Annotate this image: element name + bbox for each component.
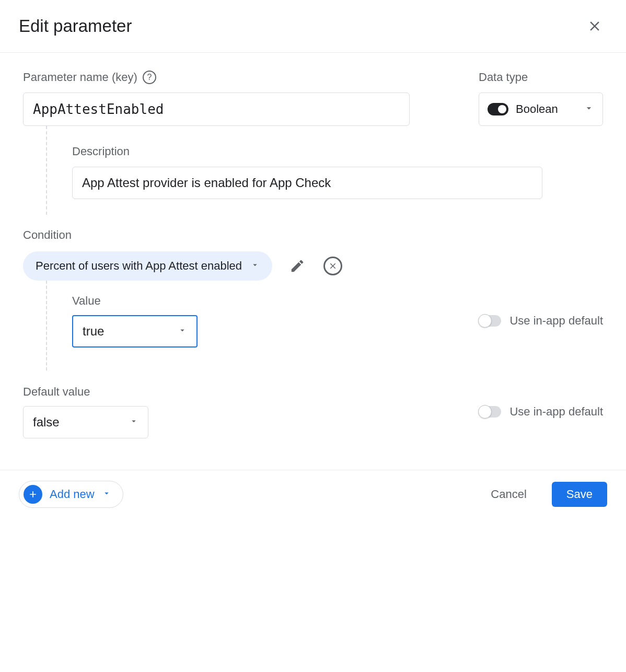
condition-label: Condition <box>23 228 603 242</box>
description-input[interactable] <box>72 167 542 199</box>
param-name-input[interactable] <box>23 92 410 126</box>
default-value-select[interactable]: false <box>23 406 148 438</box>
chevron-down-icon <box>178 326 187 337</box>
default-inapp-switch[interactable] <box>479 406 501 418</box>
default-value-label: Default value <box>23 385 148 399</box>
default-inapp-label: Use in-app default <box>509 405 603 419</box>
add-new-button[interactable]: Add new <box>19 481 123 508</box>
chevron-down-icon <box>102 489 111 500</box>
add-new-label: Add new <box>50 488 95 501</box>
dialog-title: Edit parameter <box>19 16 132 36</box>
datatype-value: Boolean <box>516 102 576 116</box>
param-name-field: Parameter name (key) ? <box>23 71 466 126</box>
plus-icon <box>24 485 42 504</box>
cancel-button[interactable]: Cancel <box>484 482 532 506</box>
dialog-footer: Add new Cancel Save <box>0 470 626 529</box>
help-icon[interactable]: ? <box>143 71 156 84</box>
param-name-label: Parameter name (key) ? <box>23 71 466 84</box>
default-value-section: Default value false Use in-app default <box>23 385 603 438</box>
description-block: Description <box>46 126 603 215</box>
dialog-body: Parameter name (key) ? Data type Boolean… <box>0 53 626 470</box>
pencil-icon <box>289 258 305 274</box>
condition-inapp-toggle: Use in-app default <box>479 314 603 328</box>
condition-section: Condition Percent of users with App Atte… <box>23 228 603 370</box>
datatype-select[interactable]: Boolean <box>479 92 603 126</box>
chevron-down-icon <box>129 416 138 428</box>
condition-value-text: true <box>83 324 104 339</box>
close-icon <box>587 18 602 34</box>
condition-inapp-label: Use in-app default <box>509 314 603 328</box>
default-value-text: false <box>33 415 60 430</box>
remove-condition-button[interactable] <box>322 256 343 276</box>
default-inapp-toggle: Use in-app default <box>479 405 603 419</box>
footer-actions: Cancel Save <box>484 482 607 507</box>
condition-value-select[interactable]: true <box>72 315 198 347</box>
close-button[interactable] <box>582 14 607 39</box>
description-label: Description <box>72 145 603 158</box>
chevron-down-icon <box>250 260 260 272</box>
condition-inapp-switch[interactable] <box>479 315 501 327</box>
condition-chip[interactable]: Percent of users with App Attest enabled <box>23 251 272 281</box>
dialog-header: Edit parameter <box>0 0 626 53</box>
condition-chip-label: Percent of users with App Attest enabled <box>36 259 242 273</box>
condition-value-block: Value true Use in-app default <box>46 281 603 370</box>
edit-condition-button[interactable] <box>287 256 308 276</box>
chevron-down-icon <box>584 103 594 115</box>
condition-chip-row: Percent of users with App Attest enabled <box>23 251 603 281</box>
remove-icon <box>323 257 342 275</box>
datatype-field: Data type Boolean <box>479 71 603 126</box>
value-label: Value <box>72 294 198 308</box>
param-name-label-text: Parameter name (key) <box>23 71 137 84</box>
param-row: Parameter name (key) ? Data type Boolean <box>23 71 603 126</box>
save-button[interactable]: Save <box>552 482 607 507</box>
edit-parameter-dialog: Edit parameter Parameter name (key) ? Da… <box>0 0 626 529</box>
datatype-label: Data type <box>479 71 603 84</box>
boolean-icon <box>488 103 508 115</box>
